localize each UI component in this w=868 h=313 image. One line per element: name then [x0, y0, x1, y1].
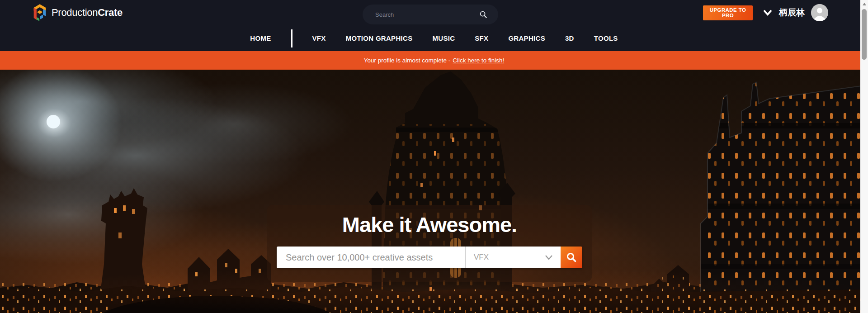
- brand-name: ProductionCrate: [52, 7, 123, 19]
- nav-item-home[interactable]: HOME: [250, 34, 271, 42]
- hero-search-input[interactable]: [277, 247, 465, 268]
- profile-banner: Your profile is almost complete - Click …: [0, 51, 868, 70]
- banner-finish-link[interactable]: Click here to finish!: [453, 57, 504, 64]
- nav-divider: [291, 29, 292, 47]
- page: ProductionCrate UPGRADE TO PRO 柄辰林: [0, 0, 868, 313]
- nav-item-graphics[interactable]: GRAPHICS: [508, 34, 545, 42]
- logo[interactable]: ProductionCrate: [33, 4, 123, 22]
- search-icon[interactable]: [479, 10, 487, 19]
- scrollbar-thumb[interactable]: [862, 9, 867, 60]
- top-bar: ProductionCrate UPGRADE TO PRO 柄辰林: [0, 0, 868, 25]
- nav-item-tools[interactable]: TOOLS: [594, 34, 618, 42]
- nav-item-music[interactable]: MUSIC: [432, 34, 455, 42]
- top-search-input[interactable]: [363, 11, 479, 18]
- nav-item-motion-graphics[interactable]: MOTION GRAPHICS: [346, 34, 413, 42]
- hero-title: Make it Awesome.: [342, 212, 517, 237]
- upgrade-to-pro-button[interactable]: UPGRADE TO PRO: [703, 5, 753, 20]
- hero-search-bar: VFX: [277, 247, 582, 268]
- category-selected-value: VFX: [474, 253, 489, 262]
- category-select[interactable]: VFX: [465, 247, 561, 268]
- scrollbar-track[interactable]: [860, 0, 868, 313]
- select-chevron-icon: [544, 254, 553, 261]
- hero-search-icon: [566, 252, 577, 263]
- scrollbar-up-icon[interactable]: [860, 0, 868, 8]
- main-navigation: HOME VFX MOTION GRAPHICS MUSIC SFX GRAPH…: [0, 25, 868, 51]
- avatar[interactable]: [811, 4, 828, 21]
- hero-section: Make it Awesome. VFX: [0, 70, 868, 313]
- banner-message: Your profile is almost complete -: [364, 57, 451, 64]
- account-area: UPGRADE TO PRO 柄辰林: [703, 0, 828, 25]
- hero-search-button[interactable]: [561, 247, 582, 268]
- hero-panel: Make it Awesome. VFX: [267, 205, 592, 282]
- nav-item-3d[interactable]: 3D: [565, 34, 574, 42]
- nav-item-sfx[interactable]: SFX: [475, 34, 488, 42]
- nav-item-vfx[interactable]: VFX: [312, 34, 326, 42]
- logo-icon: [33, 4, 47, 22]
- chevron-down-icon[interactable]: [763, 9, 773, 16]
- username[interactable]: 柄辰林: [779, 7, 805, 19]
- top-search-bar: [363, 5, 498, 24]
